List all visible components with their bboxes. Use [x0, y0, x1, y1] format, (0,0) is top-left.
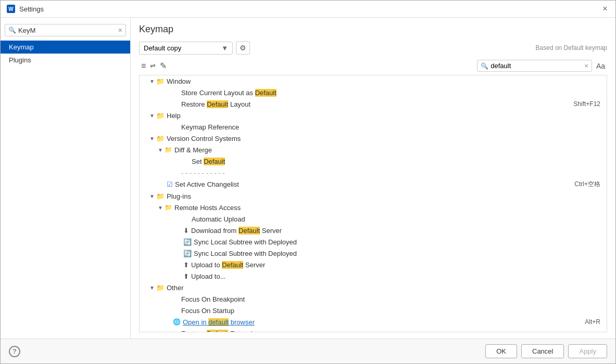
- folder-icon: 📁: [156, 77, 165, 85]
- chevron-down-icon: ▼: [221, 44, 228, 52]
- tree-row[interactable]: ▼ 📁 Diff & Merge: [140, 144, 607, 155]
- sidebar-search-icon: 🔍: [8, 27, 16, 34]
- sidebar-item-keymap[interactable]: Keymap: [1, 41, 130, 54]
- tree-row[interactable]: Restore Default Extensions: [140, 328, 607, 332]
- keymap-tree: ▼ 📁 Window Store Current Layout as Defau…: [139, 75, 607, 332]
- collapse-all-button[interactable]: ⇌: [148, 61, 158, 71]
- panel-title: Keymap: [139, 24, 173, 35]
- edit-button[interactable]: ✎: [158, 60, 169, 72]
- tree-row[interactable]: Automatic Upload: [140, 213, 607, 225]
- content-search-box[interactable]: 🔍 ×: [477, 60, 592, 72]
- tree-item-label: Focus On Startup: [181, 307, 234, 315]
- collapse-icon: ▼: [156, 147, 165, 153]
- folder-icon: 📁: [165, 204, 172, 211]
- tree-row[interactable]: Restore Default Layout Shift+F12: [140, 98, 607, 110]
- tree-row: - - - - - - - - - - -: [140, 167, 607, 178]
- help-button[interactable]: ?: [9, 346, 20, 357]
- keymap-toolbar-row: Default copy ▼ ⚙ Based on Default keymap: [139, 41, 607, 55]
- shortcut-label: Alt+R: [585, 318, 607, 326]
- tree-item-label: Store Current Layout as Default: [181, 89, 276, 97]
- collapse-icon: ▼: [148, 193, 156, 199]
- tree-row[interactable]: 🌐 Open in default browser Alt+R: [140, 316, 607, 328]
- tree-item-label: Download from Default Server: [191, 227, 282, 235]
- sidebar-item-plugins[interactable]: Plugins: [1, 54, 130, 67]
- tree-row[interactable]: Set Default: [140, 155, 607, 167]
- tree-row[interactable]: ▼ 📁 Window: [140, 75, 607, 87]
- tree-row[interactable]: ▼ 📁 Other: [140, 282, 607, 293]
- window-title: Settings: [19, 5, 44, 13]
- collapse-icon: ▼: [148, 285, 156, 291]
- tree-row[interactable]: ▼ 📁 Help: [140, 110, 607, 121]
- tree-item-label: Sync Local Subtree with Deployed: [194, 250, 297, 257]
- match-case-button[interactable]: Aa: [594, 61, 607, 71]
- tree-item-label: Keymap Reference: [181, 123, 239, 131]
- tree-item-label: Set Default: [192, 158, 225, 165]
- app-icon: W: [7, 5, 15, 13]
- shortcut-label: Ctrl+空格: [574, 180, 607, 189]
- tree-item-label: Other: [167, 284, 184, 292]
- browser-icon: 🌐: [173, 318, 181, 326]
- folder-icon: 📁: [156, 112, 165, 120]
- bottom-bar: ? OK Cancel Apply: [1, 339, 615, 363]
- tree-row[interactable]: 🔄 Sync Local Subtree with Deployed: [140, 236, 607, 248]
- tree-row[interactable]: 🔄 Sync Local Subtree with Deployed: [140, 248, 607, 259]
- tree-item-label: Help: [167, 112, 181, 120]
- right-panel: Keymap Default copy ▼ ⚙ Based on Default…: [131, 18, 615, 339]
- tree-item-label: Remote Hosts Access: [174, 204, 241, 212]
- tree-item-label: Window: [167, 77, 191, 85]
- sidebar-search-clear[interactable]: ×: [118, 26, 122, 34]
- title-bar-left: W Settings: [7, 5, 44, 13]
- tree-row[interactable]: Focus On Startup: [140, 305, 607, 316]
- sync-icon: 🔄: [183, 238, 192, 246]
- tree-row[interactable]: ⬆ Upload to Default Server: [140, 259, 607, 270]
- tree-row[interactable]: ☑ Set Active Changelist Ctrl+空格: [140, 178, 607, 190]
- tree-row[interactable]: Keymap Reference: [140, 121, 607, 133]
- title-bar: W Settings ×: [1, 1, 615, 18]
- content-search-input[interactable]: [491, 62, 584, 70]
- folder-icon: 📁: [156, 284, 165, 292]
- folder-icon: 📁: [165, 146, 172, 153]
- gear-button[interactable]: ⚙: [236, 41, 250, 55]
- close-button[interactable]: ×: [601, 5, 609, 13]
- collapse-icon: ▼: [148, 136, 156, 141]
- collapse-icon: ▼: [148, 113, 156, 119]
- tree-item-label: Diff & Merge: [174, 146, 212, 154]
- tree-item-label: Restore Default Extensions: [181, 330, 263, 333]
- content-search-icon: 🔍: [481, 62, 488, 70]
- upload-icon: ⬆: [183, 272, 189, 280]
- tree-row[interactable]: ⬆ Upload to...: [140, 270, 607, 282]
- apply-button[interactable]: Apply: [568, 344, 607, 358]
- folder-icon: 📁: [156, 135, 165, 142]
- sync-icon: 🔄: [183, 250, 192, 257]
- tree-row[interactable]: ▼ 📁 Remote Hosts Access: [140, 202, 607, 213]
- upload-icon: ⬆: [183, 261, 189, 269]
- download-icon: ⬇: [183, 227, 189, 235]
- tree-item-label: Open in default browser: [183, 318, 255, 326]
- keymap-dropdown[interactable]: Default copy ▼: [139, 42, 233, 55]
- sidebar: 🔍 × Keymap Plugins: [1, 18, 131, 339]
- tree-item-label: Automatic Upload: [192, 215, 245, 223]
- content-search-clear-icon[interactable]: ×: [584, 62, 588, 70]
- sidebar-search-box[interactable]: 🔍 ×: [5, 24, 126, 36]
- shortcut-label: Shift+F12: [573, 100, 607, 108]
- tree-row[interactable]: ▼ 📁 Version Control Systems: [140, 133, 607, 144]
- based-on-text: Based on Default keymap: [536, 44, 607, 51]
- tree-row[interactable]: Store Current Layout as Default: [140, 87, 607, 98]
- tree-row[interactable]: Focus On Breakpoint: [140, 293, 607, 305]
- ok-button[interactable]: OK: [485, 344, 517, 358]
- expand-all-button[interactable]: ≡: [139, 60, 148, 72]
- dropdown-value: Default copy: [144, 44, 181, 52]
- tree-row[interactable]: ⬇ Download from Default Server: [140, 225, 607, 236]
- collapse-icon: ▼: [148, 79, 156, 84]
- cancel-button[interactable]: Cancel: [521, 344, 564, 358]
- tree-item-label: Plug-ins: [167, 192, 191, 200]
- tree-item-label: Focus On Breakpoint: [181, 295, 245, 303]
- sidebar-search-input[interactable]: [18, 27, 118, 34]
- tree-item-label: Sync Local Subtree with Deployed: [194, 238, 297, 246]
- tree-item-label: Restore Default Layout: [181, 100, 250, 108]
- tree-row[interactable]: ▼ 📁 Plug-ins: [140, 190, 607, 202]
- tree-toolbar: ≡ ⇌ ✎ 🔍 × Aa: [139, 60, 607, 72]
- tree-item-label: Upload to...: [191, 272, 226, 280]
- checkbox-icon: ☑: [167, 180, 173, 188]
- tree-item-label: Version Control Systems: [167, 135, 241, 142]
